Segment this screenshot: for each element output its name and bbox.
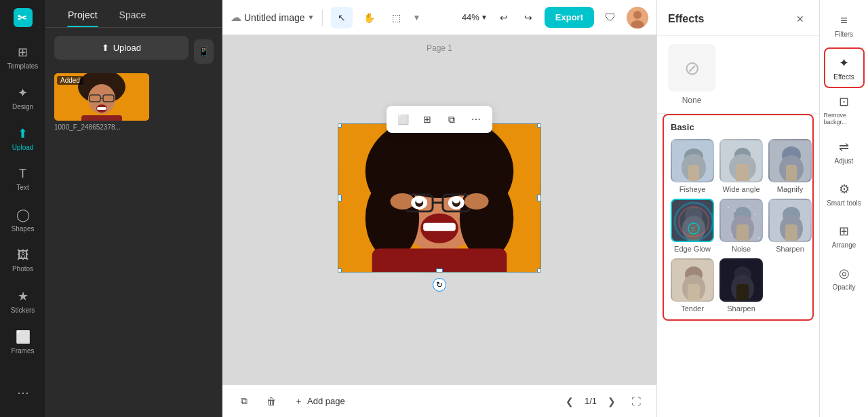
effect-fisheye[interactable]: Fisheye — [671, 139, 714, 193]
right-rail: ≡ Filters ✦ Effects ⊡ Remove backgr... ⇌… — [819, 0, 868, 417]
effect-wideangle[interactable]: Wide angle — [719, 139, 763, 193]
handle-tr[interactable] — [537, 123, 541, 127]
handle-bl[interactable] — [338, 269, 342, 273]
canvas-image-wrapper[interactable]: ↻ — [338, 123, 541, 273]
sidebar-item-shapes[interactable]: ◯ Shapes — [4, 201, 42, 239]
sidebar-item-photos[interactable]: 🖼 Photos — [4, 241, 42, 279]
effect-tender[interactable]: Tender — [671, 258, 714, 313]
handle-bc[interactable] — [436, 269, 443, 273]
edgeglow-thumb: ≡ — [671, 199, 714, 242]
add-page-button[interactable]: ＋ Add page — [288, 393, 352, 410]
crop-button[interactable]: ⬜ — [392, 108, 414, 130]
rail-item-remove-bg[interactable]: ⊡ Remove backgr... — [824, 90, 865, 130]
effect-magnify[interactable]: Magnify — [768, 139, 812, 193]
rail-item-smart-tools[interactable]: ⚙ Smart tools — [824, 174, 865, 214]
arrange-rail-label: Arrange — [832, 241, 856, 249]
text-icon: T — [19, 167, 26, 181]
tab-project[interactable]: Project — [57, 0, 108, 27]
undo-button[interactable]: ↩ — [493, 7, 515, 28]
svg-point-23 — [390, 193, 414, 210]
noise-thumb — [719, 199, 763, 242]
none-label: None — [668, 96, 715, 105]
effect-sharpen[interactable]: Sharpen — [768, 199, 812, 253]
redo-button[interactable]: ↪ — [517, 7, 539, 28]
effect-sharpen2[interactable]: Sharpen — [719, 258, 763, 313]
effect-none-tile[interactable]: ⊘ — [668, 44, 715, 92]
canvas-photo — [338, 124, 540, 272]
svg-point-32 — [416, 198, 422, 203]
adjust-rail-label: Adjust — [835, 157, 854, 165]
duplicate-button[interactable]: ⧉ — [233, 391, 255, 412]
shield-button[interactable]: 🛡 — [599, 7, 621, 28]
svg-rect-63 — [758, 237, 760, 239]
effects-close-button[interactable]: ✕ — [792, 11, 808, 27]
layout-button[interactable]: ⊞ — [416, 108, 438, 130]
handle-tl[interactable] — [338, 123, 342, 127]
frame-chevron: ▼ — [412, 13, 420, 22]
rail-item-opacity[interactable]: ◎ Opacity — [824, 258, 865, 298]
svg-text:✂: ✂ — [18, 12, 27, 24]
sidebar-item-text[interactable]: T Text — [4, 160, 42, 198]
export-button[interactable]: Export — [545, 7, 594, 28]
svg-text:≡: ≡ — [691, 225, 695, 233]
none-slash-icon: ⊘ — [684, 57, 700, 79]
mobile-view-button[interactable]: 📱 — [194, 39, 214, 64]
sidebar-item-more[interactable]: ⋯ — [4, 374, 42, 412]
upload-button[interactable]: ⬆ Upload — [54, 36, 189, 60]
sharpen2-thumb — [719, 258, 763, 302]
handle-mr[interactable] — [537, 195, 541, 201]
opacity-rail-label: Opacity — [833, 283, 856, 291]
rail-item-arrange[interactable]: ⊞ Arrange — [824, 216, 865, 256]
hand-tool-button[interactable]: ✋ — [358, 7, 380, 28]
smart-tools-rail-label: Smart tools — [827, 199, 861, 207]
user-avatar[interactable] — [627, 7, 648, 28]
shapes-label: Shapes — [12, 225, 35, 233]
sidebar-item-templates[interactable]: ⊞ Templates — [4, 38, 42, 76]
flip-button[interactable]: ⧉ — [441, 108, 462, 130]
panel-area: Project Space ⬆ Upload 📱 Added — [46, 0, 222, 417]
page-navigation: ❮ 1/1 ❯ ⛶ — [560, 392, 646, 411]
next-page-button[interactable]: ❯ — [602, 392, 621, 411]
effect-edgeglow[interactable]: ≡ Edge Glow — [671, 199, 714, 253]
handle-br[interactable] — [537, 269, 541, 273]
basic-effects-section: Basic Fisheye — [663, 114, 814, 321]
rail-item-filters[interactable]: ≡ Filters — [824, 5, 865, 46]
select-tool-button[interactable]: ↖ — [331, 7, 353, 28]
rail-item-effects[interactable]: ✦ Effects — [824, 47, 865, 88]
title-chevron-icon: ▼ — [308, 14, 315, 21]
svg-rect-75 — [736, 284, 749, 302]
tab-space[interactable]: Space — [108, 0, 157, 27]
sharpen2-label: Sharpen — [727, 304, 755, 313]
handle-ml[interactable] — [338, 195, 342, 201]
title-area[interactable]: ☁ Untitled image ▼ — [231, 11, 314, 24]
magnify-label: Magnify — [777, 185, 804, 193]
sidebar-item-design[interactable]: ✦ Design — [4, 79, 42, 117]
panel-tabs: Project Space — [46, 0, 222, 28]
rail-item-adjust[interactable]: ⇌ Adjust — [824, 132, 865, 172]
add-page-label: Add page — [307, 396, 345, 406]
prev-page-button[interactable]: ❮ — [560, 392, 579, 411]
added-badge: Added — [57, 76, 83, 85]
svg-point-24 — [465, 193, 489, 210]
effect-noise[interactable]: Noise — [719, 199, 763, 253]
expand-button[interactable]: ⛶ — [627, 392, 646, 411]
sidebar-item-stickers[interactable]: ★ Stickers — [4, 282, 42, 320]
upload-btn-label: Upload — [113, 43, 141, 53]
svg-rect-57 — [736, 224, 749, 242]
photos-label: Photos — [12, 265, 33, 273]
zoom-control[interactable]: 44% ▼ — [462, 12, 488, 22]
delete-button[interactable]: 🗑 — [260, 391, 282, 412]
svg-rect-9 — [97, 107, 106, 110]
sidebar-item-frames[interactable]: ⬜ Frames — [4, 323, 42, 361]
rotate-handle[interactable]: ↻ — [433, 278, 446, 292]
uploaded-thumbnail[interactable]: Added — [54, 73, 149, 121]
toolbar-divider-1 — [322, 9, 323, 26]
svg-rect-45 — [786, 165, 797, 182]
more-options-button[interactable]: ⋯ — [465, 108, 487, 130]
frame-tool-button[interactable]: ⬚ — [385, 7, 407, 28]
sidebar-item-upload[interactable]: ⬆ Upload — [4, 119, 42, 157]
adjust-icon: ⇌ — [839, 140, 849, 155]
stickers-icon: ★ — [18, 289, 28, 304]
svg-rect-71 — [688, 284, 700, 302]
upload-icon: ⬆ — [18, 126, 28, 141]
